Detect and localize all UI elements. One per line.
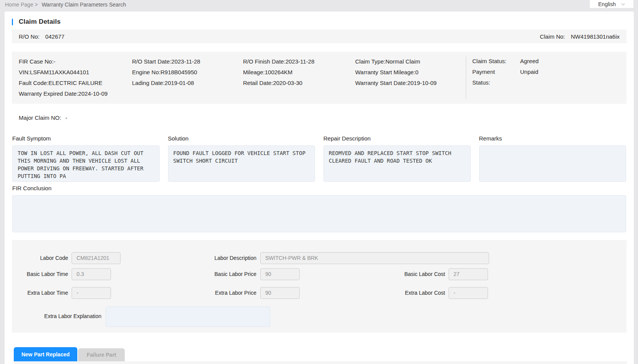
payment-status-value: Unpaid xyxy=(520,67,538,77)
fir-case-no-field: FIR Case No: - xyxy=(19,56,132,67)
basic-labor-price-label: Basic Labor Price xyxy=(146,268,256,280)
warranty-expired-label: Warranty Expired Date: xyxy=(19,90,78,97)
extra-labor-explanation-textarea[interactable] xyxy=(106,307,270,327)
basic-labor-cost-label: Basic Labor Cost xyxy=(335,268,445,280)
repair-description-cell: Repair Description REOMVED AND REPLACED … xyxy=(323,135,471,182)
labor-panel: Labor Code CM821A1201 Labor Description … xyxy=(12,240,627,333)
fir-conclusion-label: FIR Conclusion xyxy=(12,185,626,192)
fault-symptom-textarea[interactable]: TOW IN LOST ALL POWER, ALL DASH CUT OUT … xyxy=(12,145,160,182)
extra-labor-time-label: Extra Labor Time xyxy=(12,287,68,299)
fir-conclusion-cell: FIR Conclusion xyxy=(12,185,627,232)
repair-description-label: Repair Description xyxy=(323,135,471,142)
vin-field: VIN: LSFAM11AXKA044101 xyxy=(19,67,132,77)
solution-textarea[interactable]: FOUND FAULT LOGGED FOR VEHICLE START STO… xyxy=(168,145,315,182)
title-accent-bar xyxy=(12,19,13,25)
top-bar: Home Page > Warranty Claim Parameters Se… xyxy=(0,0,638,8)
section-title: Claim Details xyxy=(12,18,627,26)
parts-table-top-strip xyxy=(14,361,627,364)
language-selector[interactable]: English xyxy=(589,0,634,8)
remarks-textarea[interactable] xyxy=(479,145,627,182)
fir-conclusion-textarea[interactable] xyxy=(12,195,626,232)
payment-status-field: Payment Status: Unpaid xyxy=(472,67,627,88)
extra-labor-cost-input[interactable]: - xyxy=(449,287,488,299)
warranty-expired-value: 2024-10-09 xyxy=(78,90,108,97)
retail-date-field: Retail Date: 2020-03-30 xyxy=(243,77,355,88)
fir-case-no-value: - xyxy=(54,58,55,65)
info-column-1: FIR Case No: - VIN: LSFAM11AXKA044101 Fa… xyxy=(19,56,132,99)
status-column: Claim Status: Agreed Payment Status: Unp… xyxy=(466,56,627,99)
claim-status-label: Claim Status: xyxy=(472,56,512,67)
ro-claim-no-row: R/O No: 042677 Claim No: NW41981301na6ix xyxy=(12,29,627,43)
info-column-4: Claim Type: Normal Claim Warranty Start … xyxy=(355,56,466,99)
labor-code-input[interactable]: CM821A1201 xyxy=(72,252,121,264)
vin-label: VIN: xyxy=(19,69,30,75)
description-textareas: Fault Symptom TOW IN LOST ALL POWER, ALL… xyxy=(12,135,627,182)
engine-no-field: Engine No: R918B045950 xyxy=(132,67,243,77)
ro-no-value: 042677 xyxy=(45,33,64,40)
claim-details-card: Claim Details R/O No: 042677 Claim No: N… xyxy=(5,11,634,364)
ro-no-field: R/O No: 042677 xyxy=(19,33,64,40)
language-selected-value: English xyxy=(598,1,616,7)
fault-code-label: Fault Code: xyxy=(19,80,49,86)
ro-no-label: R/O No: xyxy=(19,33,39,40)
fir-case-no-label: FIR Case No: xyxy=(19,58,54,65)
tab-failure-part[interactable]: Failure Part xyxy=(78,348,125,361)
parts-tabs: New Part Replaced Failure Part xyxy=(12,347,627,361)
remarks-label: Remarks xyxy=(479,135,627,142)
fault-code-field: Fault Code: ELECTRIC FAILURE xyxy=(19,77,132,88)
major-claim-field: Major Claim NO: - xyxy=(12,114,627,121)
payment-status-label: Payment Status: xyxy=(472,67,512,88)
major-claim-label: Major Claim NO: xyxy=(19,114,61,121)
warranty-expired-field: Warranty Expired Date: 2024-10-09 xyxy=(19,88,132,99)
lading-date-field: Lading Date: 2019-01-08 xyxy=(132,77,243,88)
info-column-2: R/O Start Date: 2023-11-28 Engine No: R9… xyxy=(132,56,243,99)
solution-label: Solution xyxy=(168,135,315,142)
labor-description-input[interactable]: SWITCH-PWR & BRK xyxy=(260,252,489,264)
ro-start-date-field: R/O Start Date: 2023-11-28 xyxy=(132,56,243,67)
basic-labor-time-input[interactable]: 0.3 xyxy=(72,268,111,280)
repair-description-textarea[interactable]: REOMVED AND REPLACED START STOP SWITCH C… xyxy=(323,145,471,182)
basic-labor-cost-input[interactable]: 27 xyxy=(449,268,488,280)
basic-labor-time-label: Basic Labor Time xyxy=(12,268,68,280)
chevron-down-icon xyxy=(621,2,625,6)
fault-code-value: ELECTRIC FAILURE xyxy=(49,80,103,86)
claim-info-block: FIR Case No: - VIN: LSFAM11AXKA044101 Fa… xyxy=(12,52,627,104)
extra-labor-cost-label: Extra Labor Cost xyxy=(335,287,445,299)
claim-no-label: Claim No: xyxy=(540,33,565,40)
remarks-cell: Remarks xyxy=(479,135,627,182)
tab-new-part-replaced[interactable]: New Part Replaced xyxy=(14,347,77,361)
extra-labor-price-label: Extra Labor Price xyxy=(146,287,256,299)
page-title: Claim Details xyxy=(19,18,60,26)
solution-cell: Solution FOUND FAULT LOGGED FOR VEHICLE … xyxy=(168,135,315,182)
labor-description-label: Labor Description xyxy=(146,252,256,264)
extra-labor-explanation-label: Extra Labor Explanation xyxy=(12,310,101,322)
claim-no-value: NW41981301na6ix xyxy=(571,33,620,40)
basic-labor-price-input[interactable]: 90 xyxy=(260,268,300,280)
warranty-start-date-field: Warranty Start Date: 2019-10-09 xyxy=(355,77,466,88)
fault-symptom-label: Fault Symptom xyxy=(12,135,160,142)
major-claim-value: - xyxy=(65,114,67,121)
extra-labor-time-input[interactable]: - xyxy=(72,287,111,299)
breadcrumb: Home Page > Warranty Claim Parameters Se… xyxy=(5,2,126,8)
warranty-start-mileage-field: Warranty Start Mileage: 0 xyxy=(355,67,466,77)
claim-no-field: Claim No: NW41981301na6ix xyxy=(540,33,620,40)
extra-labor-price-input[interactable]: 90 xyxy=(260,287,300,299)
vin-link[interactable]: LSFAM11AXKA044101 xyxy=(30,69,89,75)
ro-finish-date-field: R/O Finish Date: 2023-11-28 xyxy=(243,56,355,67)
claim-status-value: Agreed xyxy=(520,56,538,67)
info-column-3: R/O Finish Date: 2023-11-28 Mileage: 100… xyxy=(243,56,355,99)
claim-type-field: Claim Type: Normal Claim xyxy=(355,56,466,67)
claim-status-field: Claim Status: Agreed xyxy=(472,56,627,67)
breadcrumb-home-link[interactable]: Home Page > xyxy=(5,2,38,8)
mileage-field: Mileage: 100264KM xyxy=(243,67,355,77)
labor-code-label: Labor Code xyxy=(12,252,68,264)
breadcrumb-current: Warranty Claim Parameters Search xyxy=(42,2,126,8)
fault-symptom-cell: Fault Symptom TOW IN LOST ALL POWER, ALL… xyxy=(12,135,160,182)
